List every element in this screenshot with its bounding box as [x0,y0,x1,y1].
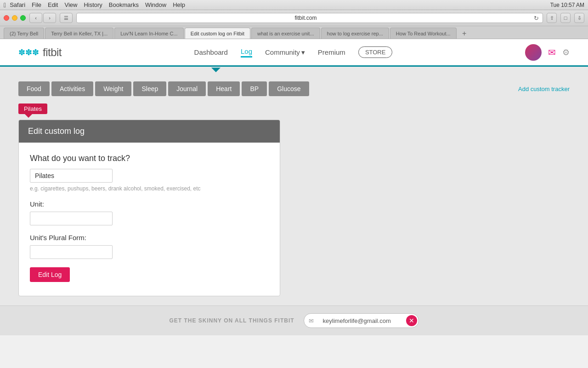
clear-email-button[interactable]: ✕ [406,315,417,326]
email-icon: ✉ [304,315,318,327]
tab-bp[interactable]: BP [242,81,267,96]
apple-logo:  [4,1,6,9]
forward-button[interactable]: › [43,13,56,23]
menu-bookmarks[interactable]: Bookmarks [109,1,139,8]
tab-journal[interactable]: Journal [168,81,206,96]
tab-log-exercise[interactable]: how to log exercise rep... [321,28,389,39]
store-button[interactable]: STORE [358,46,393,58]
edit-log-card-header: Edit custom log [19,120,280,143]
address-bar[interactable]: fitbit.com ↻ [76,13,543,23]
tab-terry-bell-keller[interactable]: Terry Bell in Keller, TX |... [45,28,113,39]
tab-food[interactable]: Food [18,81,50,96]
fitbit-logo: ✽✽✽ fitbit [18,46,62,59]
url-display: fitbit.com [80,15,531,21]
edit-log-title: Edit custom log [28,126,85,136]
menu-window[interactable]: Window [145,1,166,8]
form-hint-text: e.g. cigarettes, pushups, beers, drank a… [30,185,269,192]
log-tabs-row: Food Activities Weight Sleep Journal Hea… [18,81,570,96]
pilates-badge-container: Pilates [18,104,570,114]
back-button[interactable]: ‹ [29,13,42,23]
edit-log-card-body: What do you want to track? e.g. cigarett… [19,143,280,296]
page-footer: GET THE SKINNY ON ALL THINGS FITBIT ✉ ✕ [0,305,588,335]
fitbit-dots-icon: ✽✽✽ [18,47,39,58]
unit-input[interactable] [30,212,113,225]
browser-toolbar: ‹ › ☰ fitbit.com ↻ ⇧ □ ⇩ [4,13,584,23]
reload-button[interactable]: ↻ [534,15,539,22]
traffic-lights [4,15,26,21]
tab-weight[interactable]: Weight [95,81,131,96]
form-question-label: What do you want to track? [30,154,269,163]
titlebar-left:  Safari File Edit View History Bookmark… [4,1,292,9]
menu-safari[interactable]: Safari [10,1,25,8]
nav-dashboard[interactable]: Dashboard [194,48,228,56]
footer-tagline: GET THE SKINNY ON ALL THINGS FITBIT [169,317,294,324]
fitbit-header: ✽✽✽ fitbit Dashboard Log Community ▾ Pre… [0,39,588,67]
main-nav: Dashboard Log Community ▾ Premium STORE [194,46,393,58]
footer-email-box: ✉ ✕ [304,313,419,328]
fitbit-brand-name: fitbit [43,46,62,59]
chevron-down-icon: ▾ [301,48,305,57]
download-button[interactable]: ⇩ [574,13,584,23]
unit-label: Unit: [30,200,269,208]
system-time: Tue 10:57 AM [550,2,584,8]
nav-log[interactable]: Log [241,47,252,58]
browser-tabs: (2) Terry Bell Terry Bell in Keller, TX … [0,26,588,39]
menu-help[interactable]: Help [173,1,185,8]
header-right-icons: ✉ ⚙ [525,44,570,61]
add-custom-tracker-link[interactable]: Add custom tracker [518,86,570,92]
tab-glucose[interactable]: Glucose [269,81,309,96]
share-button[interactable]: ⇧ [547,13,557,23]
tab-activities[interactable]: Activities [51,81,93,96]
messages-icon[interactable]: ✉ [548,47,556,58]
fullscreen-window-button[interactable] [20,15,26,21]
nav-premium[interactable]: Premium [318,48,345,56]
tab-terry-bell[interactable]: (2) Terry Bell [4,28,44,39]
plural-label: Unit's Plural Form: [30,234,269,242]
nav-active-indicator [211,68,220,72]
navigation-buttons: ‹ › [29,13,56,23]
pilates-badge[interactable]: Pilates [18,104,47,114]
minimize-window-button[interactable] [12,15,17,21]
tab-luvn-learn[interactable]: Luv'N Learn In-Home C... [114,28,183,39]
tab-overview-button[interactable]: □ [560,13,571,23]
tab-read-workout[interactable]: How To Read Workout... [390,28,457,39]
titlebar:  Safari File Edit View History Bookmark… [0,0,588,10]
menu-file[interactable]: File [32,1,41,8]
plural-form-input[interactable] [30,245,113,259]
browser-toolbar-area: ‹ › ☰ fitbit.com ↻ ⇧ □ ⇩ [0,10,588,26]
tab-exercise-unit[interactable]: what is an exercise unit... [251,28,320,39]
sidebar-toggle-button[interactable]: ☰ [60,13,73,23]
footer-email-input[interactable] [318,315,405,327]
tab-edit-custom-log[interactable]: Edit custom log on Fitbit [185,28,250,39]
titlebar-right: Tue 10:57 AM [296,2,584,8]
new-tab-button[interactable]: + [459,29,469,39]
browser-right-icons: ⇧ □ ⇩ [547,13,584,23]
tab-sleep[interactable]: Sleep [133,81,166,96]
user-avatar[interactable] [525,44,542,61]
menu-view[interactable]: View [64,1,77,8]
close-window-button[interactable] [4,15,9,21]
menu-history[interactable]: History [84,1,102,8]
settings-icon[interactable]: ⚙ [562,47,570,58]
menu-bar: Safari File Edit View History Bookmarks … [10,1,185,8]
tracker-name-input[interactable] [30,169,113,183]
menu-edit[interactable]: Edit [48,1,58,8]
edit-log-button[interactable]: Edit Log [30,267,70,282]
nav-community[interactable]: Community ▾ [265,48,305,57]
tab-heart[interactable]: Heart [208,81,240,96]
edit-custom-log-card: Edit custom log What do you want to trac… [18,120,280,296]
page-content: Food Activities Weight Sleep Journal Hea… [0,72,588,305]
